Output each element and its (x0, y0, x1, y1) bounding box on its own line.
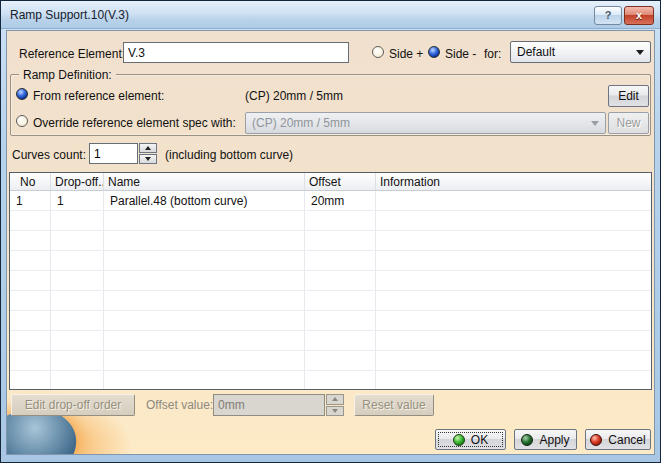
table-empty-row (10, 291, 651, 311)
table-empty-row (10, 311, 651, 331)
table-empty-row (10, 211, 651, 231)
spin-up-button (326, 394, 344, 405)
spin-down-button[interactable] (139, 154, 157, 164)
for-dropdown-value: Default (517, 45, 555, 59)
for-label: for: (484, 47, 501, 61)
curves-count-input[interactable] (89, 143, 138, 164)
curves-count-note: (including bottom curve) (165, 148, 293, 162)
window-title: Ramp Support.10(V.3) (10, 8, 129, 22)
ramp-support-dialog: Ramp Support.10(V.3) ? x Reference Eleme… (0, 0, 661, 463)
column-header-no[interactable]: No (10, 173, 51, 190)
for-dropdown[interactable]: Default (510, 41, 651, 63)
spin-up-icon (145, 146, 151, 150)
side-plus-label: Side + (389, 47, 423, 61)
ok-sphere-icon (453, 434, 465, 446)
edit-button[interactable]: Edit (608, 85, 649, 107)
dialog-content: Reference Element: Side + Side - for: De… (6, 30, 655, 455)
table-empty-row (10, 271, 651, 291)
table-empty-row (10, 331, 651, 351)
from-reference-spec: (CP) 20mm / 5mm (245, 89, 343, 103)
curves-table[interactable]: No Drop-off... Name Offset Information 1… (9, 172, 652, 390)
reset-value-button: Reset value (354, 394, 434, 416)
table-header-row: No Drop-off... Name Offset Information (10, 173, 651, 191)
spin-down-icon (145, 157, 151, 161)
offset-value-input (213, 394, 325, 416)
side-minus-label: Side - (445, 47, 476, 61)
spin-down-icon (332, 409, 338, 413)
close-icon: x (636, 9, 642, 21)
title-bar[interactable]: Ramp Support.10(V.3) ? x (1, 1, 660, 29)
cell-offset: 20mm (305, 191, 376, 210)
column-header-information[interactable]: Information (376, 173, 651, 190)
ok-button[interactable]: OK (435, 429, 506, 450)
reference-element-label: Reference Element: (19, 47, 125, 61)
column-header-offset[interactable]: Offset (305, 173, 376, 190)
reference-element-input[interactable] (123, 42, 349, 63)
chevron-down-icon (591, 121, 599, 126)
close-button[interactable]: x (624, 6, 654, 25)
table-empty-row (10, 251, 651, 271)
cell-no: 1 (10, 191, 51, 210)
offset-value-label: Offset value: (146, 398, 213, 412)
override-spec-value: (CP) 20mm / 5mm (252, 116, 350, 130)
edit-drop-off-order-button: Edit drop-off order (11, 394, 135, 416)
ok-button-label: OK (471, 433, 488, 447)
apply-button-label: Apply (539, 433, 569, 447)
table-empty-row (10, 371, 651, 390)
column-header-name[interactable]: Name (104, 173, 305, 190)
help-button[interactable]: ? (594, 6, 622, 25)
spin-down-button (326, 406, 344, 417)
override-reference-radio[interactable] (16, 115, 28, 127)
column-header-drop-off[interactable]: Drop-off... (51, 173, 104, 190)
table-empty-row (10, 351, 651, 371)
cancel-sphere-icon (590, 434, 602, 446)
spin-up-icon (332, 397, 338, 401)
help-icon: ? (605, 9, 612, 21)
table-empty-row (10, 231, 651, 251)
side-minus-radio[interactable] (428, 46, 440, 58)
from-reference-radio[interactable] (16, 88, 28, 100)
curves-count-label: Curves count: (12, 148, 86, 162)
cell-name: Parallel.48 (bottom curve) (104, 191, 305, 210)
new-button: New (608, 112, 649, 134)
cancel-button[interactable]: Cancel (585, 429, 651, 450)
curves-count-spinner[interactable] (89, 143, 157, 164)
from-reference-label: From reference element: (33, 89, 164, 103)
cell-drop-off: 1 (51, 191, 104, 210)
cell-information (376, 191, 651, 210)
apply-button[interactable]: Apply (514, 429, 577, 450)
spin-up-button[interactable] (139, 143, 157, 153)
chevron-down-icon (636, 50, 644, 55)
side-plus-radio[interactable] (372, 46, 384, 58)
cancel-button-label: Cancel (608, 433, 645, 447)
override-spec-dropdown: (CP) 20mm / 5mm (245, 112, 606, 134)
override-reference-label: Override reference element spec with: (33, 116, 236, 130)
apply-sphere-icon (521, 434, 533, 446)
table-row[interactable]: 1 1 Parallel.48 (bottom curve) 20mm (10, 191, 651, 211)
ramp-definition-title: Ramp Definition: (19, 68, 116, 82)
offset-value-spinner (213, 394, 344, 416)
